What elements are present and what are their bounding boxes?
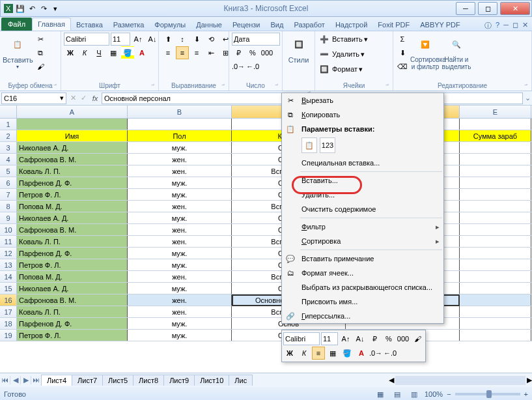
row-header-19[interactable]: 19: [0, 330, 17, 341]
cell[interactable]: муж.: [128, 248, 232, 259]
cell[interactable]: Сафронова В. М.: [17, 294, 128, 306]
mini-percent-icon[interactable]: %: [382, 332, 395, 345]
cell[interactable]: муж.: [128, 142, 232, 153]
cell[interactable]: Николаев А. Д.: [17, 212, 128, 223]
hscroll-left-icon[interactable]: ◀: [389, 376, 394, 384]
mini-font-color-icon[interactable]: A: [355, 347, 368, 360]
cell[interactable]: Парфенов Д. Ф.: [17, 318, 128, 329]
ctx-cut[interactable]: ✂Вырезать: [282, 93, 443, 107]
cell[interactable]: муж.: [128, 259, 232, 270]
mini-font-name[interactable]: [283, 332, 320, 345]
row-header-5[interactable]: 5: [0, 165, 17, 177]
cell[interactable]: [460, 212, 531, 223]
sheet-tab[interactable]: Лист9: [163, 375, 195, 386]
underline-icon[interactable]: Ч: [92, 46, 105, 59]
cell[interactable]: [460, 189, 531, 200]
mini-fill-color-icon[interactable]: 🪣: [341, 347, 354, 360]
mini-font-size[interactable]: [321, 332, 338, 345]
tab-abbyy[interactable]: ABBYY PDF: [415, 19, 466, 31]
column-header-B[interactable]: B: [128, 106, 232, 118]
cell[interactable]: муж.: [128, 212, 232, 223]
cell[interactable]: [460, 119, 531, 130]
ctx-paste-all[interactable]: 📋: [301, 137, 317, 153]
cells-insert-button[interactable]: ➕Вставить ▾: [318, 33, 368, 46]
minimize-button[interactable]: ─: [456, 2, 475, 15]
tab-view[interactable]: Вид: [266, 19, 289, 31]
copy-icon[interactable]: ⧉: [34, 46, 47, 59]
clear-icon[interactable]: ⌫: [396, 60, 409, 73]
zoom-label[interactable]: 100%: [425, 390, 443, 398]
view-page-layout-icon[interactable]: ▤: [391, 388, 404, 400]
border-icon[interactable]: ▦: [107, 46, 120, 59]
ribbon-minimize-icon[interactable]: ⓘ: [484, 21, 492, 31]
cell[interactable]: [460, 201, 531, 212]
cell[interactable]: [460, 294, 531, 306]
sheet-tab[interactable]: Лист7: [72, 375, 103, 386]
cell[interactable]: Николаев А. Д.: [17, 142, 128, 153]
tab-formulas[interactable]: Формулы: [149, 19, 191, 31]
styles-button[interactable]: 🔲 Стили: [285, 33, 312, 64]
fx-icon[interactable]: fx: [89, 94, 102, 102]
bold-icon[interactable]: Ж: [64, 46, 77, 59]
sheet-tab[interactable]: Лист10: [194, 375, 229, 386]
tab-home[interactable]: Главная: [32, 18, 71, 31]
cell[interactable]: Сумма зараб: [460, 130, 531, 141]
name-box[interactable]: C16▾: [1, 93, 66, 104]
align-left-icon[interactable]: ≡: [161, 46, 175, 59]
cell[interactable]: жен.: [128, 165, 232, 177]
namebox-dropdown-icon[interactable]: ▾: [60, 94, 64, 102]
hscrollbar[interactable]: [395, 376, 525, 385]
ctx-paste-values[interactable]: 123: [320, 137, 335, 153]
fill-color-icon[interactable]: 🪣: [121, 46, 134, 59]
ctx-copy[interactable]: ⧉Копировать: [282, 107, 443, 122]
cell[interactable]: Сафронова В. М.: [17, 224, 128, 235]
cell[interactable]: муж.: [128, 330, 232, 341]
sheet-tab[interactable]: Лист4: [41, 375, 72, 386]
ctx-insert-comment[interactable]: 💬Вставить примечание: [282, 251, 443, 266]
row-header-12[interactable]: 12: [0, 248, 17, 259]
mini-increase-font-icon[interactable]: A↑: [339, 332, 352, 345]
mini-currency-icon[interactable]: ₽: [368, 332, 381, 345]
row-header-15[interactable]: 15: [0, 283, 17, 294]
mini-bold-icon[interactable]: Ж: [283, 347, 296, 360]
ctx-sort[interactable]: Сортировка▸: [282, 234, 443, 248]
cell[interactable]: Петров Ф. Л.: [17, 330, 128, 341]
row-header-6[interactable]: 6: [0, 177, 17, 188]
close-button[interactable]: ✕: [500, 2, 530, 15]
indent-decrease-icon[interactable]: ⇤: [204, 46, 217, 59]
zoom-slider[interactable]: [455, 393, 520, 395]
cell[interactable]: [460, 142, 531, 153]
row-header-14[interactable]: 14: [0, 271, 17, 282]
sheet-nav-first-icon[interactable]: ⏮: [0, 376, 10, 384]
cell[interactable]: Сафронова В. М.: [17, 154, 128, 165]
row-header-2[interactable]: 2: [0, 130, 17, 141]
autosum-icon[interactable]: Σ: [396, 33, 409, 46]
cell[interactable]: муж.: [128, 318, 232, 329]
zoom-in-icon[interactable]: +: [524, 390, 528, 398]
ctx-delete[interactable]: Удалить...: [282, 188, 443, 202]
cell[interactable]: [128, 119, 232, 130]
decrease-decimal-icon[interactable]: ←.0: [246, 60, 259, 73]
sheet-nav-prev-icon[interactable]: ◀: [10, 376, 21, 384]
comma-icon[interactable]: 000: [260, 46, 273, 59]
row-header-8[interactable]: 8: [0, 201, 17, 212]
number-format-input[interactable]: [232, 33, 280, 46]
doc-close-icon[interactable]: ✕: [522, 21, 528, 31]
hscroll-right-icon[interactable]: ▶: [527, 376, 532, 384]
tab-addins[interactable]: Надстрой: [330, 19, 372, 31]
cell[interactable]: [460, 318, 531, 329]
cut-icon[interactable]: ✂: [34, 33, 47, 46]
orientation-icon[interactable]: ⟲: [204, 33, 217, 46]
cell[interactable]: Пол: [128, 130, 232, 141]
sort-filter-button[interactable]: 🔽 Сортировка и фильтр: [410, 33, 440, 70]
mini-increase-decimal-icon[interactable]: .0→: [369, 347, 382, 360]
font-name-input[interactable]: [64, 33, 109, 46]
cell[interactable]: жен.: [128, 306, 232, 317]
row-header-17[interactable]: 17: [0, 306, 17, 317]
cell[interactable]: [460, 177, 531, 188]
cell[interactable]: Имя: [17, 130, 128, 141]
row-header-13[interactable]: 13: [0, 259, 17, 270]
cell[interactable]: жен.: [128, 294, 232, 306]
ctx-paste-special[interactable]: Специальная вставка...: [282, 156, 443, 170]
tab-review[interactable]: Рецензи: [227, 19, 266, 31]
